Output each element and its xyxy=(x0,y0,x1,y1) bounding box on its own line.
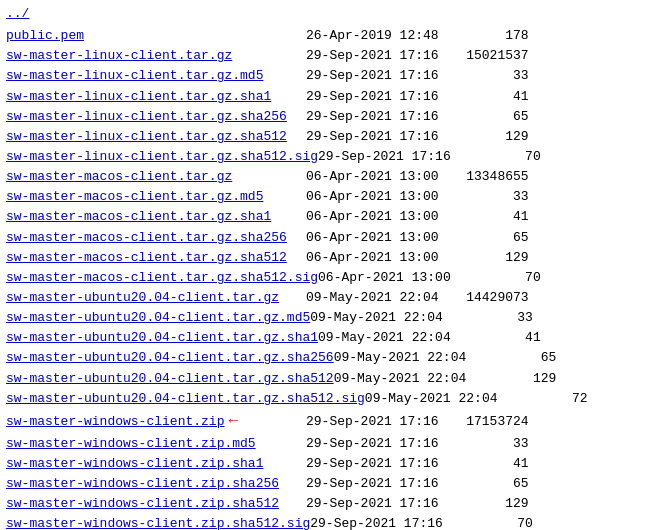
file-date: 09-May-2021 22:04 xyxy=(334,369,467,389)
file-link-4[interactable]: sw-master-linux-client.tar.gz.sha256 xyxy=(6,109,287,124)
file-date: 09-May-2021 22:04 xyxy=(318,328,451,348)
file-date: 29-Sep-2021 17:16 xyxy=(306,87,439,107)
table-row: sw-master-windows-client.zip←29-Sep-2021… xyxy=(6,409,639,434)
file-size: 33 xyxy=(443,308,533,328)
file-date: 29-Sep-2021 17:16 xyxy=(310,514,443,530)
table-row: sw-master-linux-client.tar.gz.sha129-Sep… xyxy=(6,87,639,107)
file-size: 178 xyxy=(439,26,529,46)
file-size: 13348655 xyxy=(439,167,529,187)
file-date: 29-Sep-2021 17:16 xyxy=(318,147,451,167)
file-size: 15021537 xyxy=(439,46,529,66)
file-date: 06-Apr-2021 13:00 xyxy=(318,268,451,288)
file-date: 29-Sep-2021 17:16 xyxy=(306,454,439,474)
file-date: 06-Apr-2021 13:00 xyxy=(306,248,439,268)
table-row: sw-master-ubuntu20.04-client.tar.gz.sha1… xyxy=(6,328,639,348)
file-link-8[interactable]: sw-master-macos-client.tar.gz.md5 xyxy=(6,189,263,204)
file-link-1[interactable]: sw-master-linux-client.tar.gz xyxy=(6,48,232,63)
file-date: 09-May-2021 22:04 xyxy=(310,308,443,328)
file-size: 129 xyxy=(439,248,529,268)
file-list: ../ public.pem26-Apr-2019 12:48178sw-mas… xyxy=(6,4,639,530)
file-size: 33 xyxy=(439,66,529,86)
table-row: sw-master-ubuntu20.04-client.tar.gz09-Ma… xyxy=(6,288,639,308)
file-date: 29-Sep-2021 17:16 xyxy=(306,107,439,127)
file-link-15[interactable]: sw-master-ubuntu20.04-client.tar.gz.sha1 xyxy=(6,330,318,345)
file-link-18[interactable]: sw-master-ubuntu20.04-client.tar.gz.sha5… xyxy=(6,391,365,406)
file-link-9[interactable]: sw-master-macos-client.tar.gz.sha1 xyxy=(6,209,271,224)
file-link-24[interactable]: sw-master-windows-client.zip.sha512.sig xyxy=(6,516,310,530)
file-size: 41 xyxy=(451,328,541,348)
file-size: 129 xyxy=(439,494,529,514)
table-row: sw-master-linux-client.tar.gz.sha51229-S… xyxy=(6,127,639,147)
file-date: 06-Apr-2021 13:00 xyxy=(306,187,439,207)
table-row: sw-master-ubuntu20.04-client.tar.gz.sha5… xyxy=(6,369,639,389)
file-date: 29-Sep-2021 17:16 xyxy=(306,66,439,86)
file-date: 06-Apr-2021 13:00 xyxy=(306,228,439,248)
file-date: 09-May-2021 22:04 xyxy=(365,389,498,409)
file-size: 33 xyxy=(439,187,529,207)
file-size: 17153724 xyxy=(439,412,529,432)
table-row: sw-master-ubuntu20.04-client.tar.gz.sha5… xyxy=(6,389,639,409)
file-size: 65 xyxy=(439,474,529,494)
file-size: 65 xyxy=(439,107,529,127)
parent-dir-link[interactable]: ../ xyxy=(6,4,29,24)
file-link-2[interactable]: sw-master-linux-client.tar.gz.md5 xyxy=(6,68,263,83)
arrow-indicator: ← xyxy=(228,409,238,434)
file-link-22[interactable]: sw-master-windows-client.zip.sha256 xyxy=(6,476,279,491)
file-size: 70 xyxy=(443,514,533,530)
file-link-3[interactable]: sw-master-linux-client.tar.gz.sha1 xyxy=(6,89,271,104)
table-row: sw-master-macos-client.tar.gz.sha25606-A… xyxy=(6,228,639,248)
parent-nav-row: ../ xyxy=(6,4,639,26)
file-date: 29-Sep-2021 17:16 xyxy=(306,46,439,66)
file-date: 06-Apr-2021 13:00 xyxy=(306,167,439,187)
file-size: 70 xyxy=(451,268,541,288)
file-size: 14429073 xyxy=(439,288,529,308)
file-size: 129 xyxy=(439,127,529,147)
file-link-17[interactable]: sw-master-ubuntu20.04-client.tar.gz.sha5… xyxy=(6,371,334,386)
file-size: 72 xyxy=(497,389,587,409)
file-link-13[interactable]: sw-master-ubuntu20.04-client.tar.gz xyxy=(6,290,279,305)
file-link-11[interactable]: sw-master-macos-client.tar.gz.sha512 xyxy=(6,250,287,265)
file-date: 29-Sep-2021 17:16 xyxy=(306,474,439,494)
file-date: 29-Sep-2021 17:16 xyxy=(306,434,439,454)
table-row: sw-master-windows-client.zip.sha25629-Se… xyxy=(6,474,639,494)
file-date: 26-Apr-2019 12:48 xyxy=(306,26,439,46)
table-row: sw-master-windows-client.zip.sha51229-Se… xyxy=(6,494,639,514)
file-date: 09-May-2021 22:04 xyxy=(306,288,439,308)
file-link-5[interactable]: sw-master-linux-client.tar.gz.sha512 xyxy=(6,129,287,144)
file-date: 29-Sep-2021 17:16 xyxy=(306,127,439,147)
table-row: sw-master-linux-client.tar.gz.md529-Sep-… xyxy=(6,66,639,86)
table-row: public.pem26-Apr-2019 12:48178 xyxy=(6,26,639,46)
file-link-23[interactable]: sw-master-windows-client.zip.sha512 xyxy=(6,496,279,511)
table-row: sw-master-linux-client.tar.gz.sha512.sig… xyxy=(6,147,639,167)
table-row: sw-master-macos-client.tar.gz.sha512.sig… xyxy=(6,268,639,288)
table-row: sw-master-macos-client.tar.gz.sha51206-A… xyxy=(6,248,639,268)
file-link-21[interactable]: sw-master-windows-client.zip.sha1 xyxy=(6,456,263,471)
file-date: 29-Sep-2021 17:16 xyxy=(306,412,439,432)
table-row: sw-master-linux-client.tar.gz.sha25629-S… xyxy=(6,107,639,127)
file-link-16[interactable]: sw-master-ubuntu20.04-client.tar.gz.sha2… xyxy=(6,350,334,365)
file-link-10[interactable]: sw-master-macos-client.tar.gz.sha256 xyxy=(6,230,287,245)
table-row: sw-master-macos-client.tar.gz.md506-Apr-… xyxy=(6,187,639,207)
file-date: 29-Sep-2021 17:16 xyxy=(306,494,439,514)
file-size: 65 xyxy=(466,348,556,368)
file-link-7[interactable]: sw-master-macos-client.tar.gz xyxy=(6,169,232,184)
file-size: 70 xyxy=(451,147,541,167)
file-link-0[interactable]: public.pem xyxy=(6,28,84,43)
file-size: 33 xyxy=(439,434,529,454)
table-row: sw-master-ubuntu20.04-client.tar.gz.sha2… xyxy=(6,348,639,368)
file-size: 41 xyxy=(439,454,529,474)
file-date: 09-May-2021 22:04 xyxy=(334,348,467,368)
table-row: sw-master-macos-client.tar.gz.sha106-Apr… xyxy=(6,207,639,227)
file-link-20[interactable]: sw-master-windows-client.zip.md5 xyxy=(6,436,256,451)
file-size: 41 xyxy=(439,87,529,107)
file-size: 129 xyxy=(466,369,556,389)
file-link-6[interactable]: sw-master-linux-client.tar.gz.sha512.sig xyxy=(6,149,318,164)
table-row: sw-master-linux-client.tar.gz29-Sep-2021… xyxy=(6,46,639,66)
table-row: sw-master-windows-client.zip.md529-Sep-2… xyxy=(6,434,639,454)
file-link-12[interactable]: sw-master-macos-client.tar.gz.sha512.sig xyxy=(6,270,318,285)
file-link-14[interactable]: sw-master-ubuntu20.04-client.tar.gz.md5 xyxy=(6,310,310,325)
table-row: sw-master-windows-client.zip.sha512.sig2… xyxy=(6,514,639,530)
table-row: sw-master-ubuntu20.04-client.tar.gz.md50… xyxy=(6,308,639,328)
file-date: 06-Apr-2021 13:00 xyxy=(306,207,439,227)
file-link-19[interactable]: sw-master-windows-client.zip xyxy=(6,414,224,429)
